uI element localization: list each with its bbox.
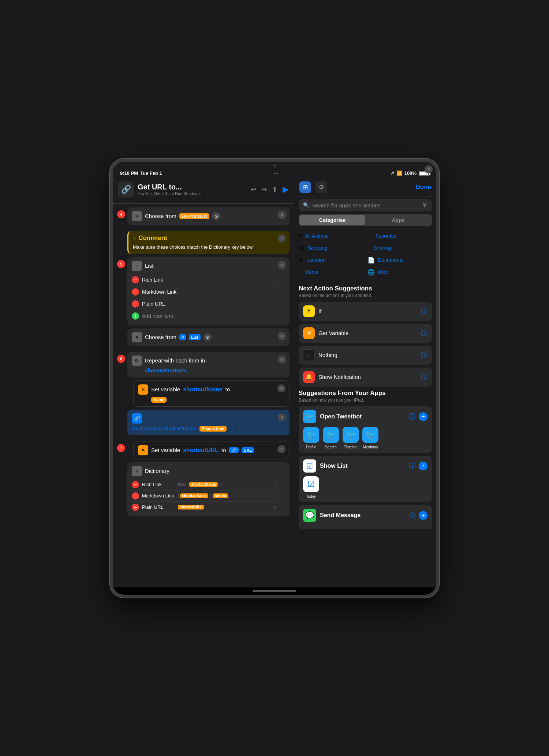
tweetbot-profile[interactable]: 🐦 Profile bbox=[303, 427, 319, 449]
search-action-icon: 🐦 bbox=[323, 427, 339, 443]
list-choose-arrow[interactable]: ⊙ bbox=[203, 333, 212, 341]
showlist-add-btn[interactable]: + bbox=[419, 462, 427, 470]
left-header: 🔗 Get URL to... Hey Siri, Get URL to Run… bbox=[113, 178, 294, 204]
tweetbot-info-btn[interactable]: ⓘ bbox=[409, 412, 416, 421]
tweetbot-search[interactable]: 🐦 Search bbox=[323, 427, 339, 449]
category-documents[interactable]: 📄 Documents bbox=[367, 255, 432, 265]
showlist-header: ☑ Show List ⓘ + bbox=[303, 459, 427, 473]
add-action-btn[interactable]: ⊞ bbox=[299, 181, 311, 193]
close-set-var-name[interactable]: ✕ bbox=[277, 384, 285, 392]
close-set-var-url[interactable]: ✕ bbox=[277, 445, 285, 453]
profile-label: Profile bbox=[306, 445, 316, 449]
url-icon: 🔗 bbox=[132, 413, 142, 424]
close-choose-from[interactable]: ✕ bbox=[278, 211, 286, 219]
close-comment[interactable]: ✕ bbox=[278, 234, 286, 242]
home-bar bbox=[253, 590, 296, 592]
category-favorites[interactable]: ♡ Favorites bbox=[367, 231, 432, 241]
repeat-label: Repeat with each item in bbox=[145, 357, 205, 364]
choose-arrow-icon[interactable]: ⊙ bbox=[212, 212, 220, 220]
close-choose-list[interactable]: ✕ bbox=[278, 332, 286, 340]
close-list[interactable]: ✕ bbox=[278, 261, 286, 269]
remove-dict-rich[interactable]: − bbox=[132, 481, 139, 488]
get-variable-info-btn[interactable]: ⓘ bbox=[421, 329, 427, 338]
web-label: Web bbox=[378, 269, 388, 275]
shortcut-name-var: shortcutName bbox=[183, 386, 223, 393]
notification-info-btn[interactable]: ⓘ bbox=[421, 373, 427, 381]
remove-rich-btn[interactable]: − bbox=[132, 276, 139, 283]
sliders-btn[interactable]: ⚙ bbox=[315, 181, 327, 193]
shortcut-icon: 🔗 bbox=[118, 181, 134, 198]
list-block: ≡ List − Rich Link ≡ − M bbox=[127, 257, 290, 326]
showlist-today[interactable]: ☑ Today bbox=[303, 476, 319, 499]
remove-markdown-btn[interactable]: − bbox=[132, 288, 139, 296]
list-title: List bbox=[145, 263, 153, 269]
suggestion-get-variable[interactable]: ✕ Get Variable ⓘ bbox=[299, 324, 432, 343]
mic-icon[interactable]: 🎙 bbox=[422, 202, 427, 208]
suggestion-nothing[interactable]: ○ Nothing ⓘ bbox=[299, 346, 432, 365]
showlist-info-btn[interactable]: ⓘ bbox=[409, 462, 416, 470]
close-url[interactable]: ✕ bbox=[278, 413, 286, 421]
suggestion-show-notification[interactable]: 🔔 Show Notification ⓘ bbox=[299, 368, 432, 387]
tweetbot-timeline[interactable]: 🐦 Timeline bbox=[343, 427, 359, 449]
list-var[interactable]: ≡ bbox=[179, 334, 186, 340]
sendmsg-add-btn[interactable]: + bbox=[419, 511, 427, 520]
choose-from-list-label: Choose from bbox=[145, 334, 176, 340]
choose-from-list-block: ≡ Choose from ≡ List ⊙ ✕ bbox=[127, 328, 290, 346]
scripting-icon: ⟨/⟩ bbox=[299, 245, 305, 252]
shortcut-info: Get URL to... Hey Siri, Get URL to Run S… bbox=[138, 183, 247, 196]
shortcuts-list-var[interactable]: shortcutsList bbox=[179, 213, 209, 219]
markdown-link-text: Markdown Link bbox=[142, 289, 270, 295]
name-var-tag: Name bbox=[151, 397, 167, 403]
documents-icon: 📄 bbox=[367, 257, 375, 264]
dots: ··· bbox=[274, 170, 278, 176]
shortcut-desc: Hey Siri, Get URL to Run Shortcuts bbox=[138, 191, 247, 196]
step-7-badge: 7 bbox=[117, 444, 125, 452]
list-item-rich: − Rich Link ≡ bbox=[132, 274, 276, 286]
add-item-row[interactable]: + Add new item bbox=[132, 310, 276, 322]
url-var-tag: 🔗 bbox=[229, 447, 239, 453]
undo-icon[interactable]: ↩ bbox=[251, 185, 256, 193]
sendmsg-info-btn[interactable]: ⓘ bbox=[409, 511, 416, 520]
redo-icon[interactable]: ↪ bbox=[261, 185, 267, 193]
right-header: ⊞ ⚙ Done bbox=[294, 178, 436, 196]
remove-dict-markdown[interactable]: − bbox=[132, 492, 139, 500]
right-scroll[interactable]: Next Action Suggestions Based on the act… bbox=[294, 281, 436, 587]
dict-title: Dictionary bbox=[145, 468, 169, 474]
share-icon[interactable]: ⬆ bbox=[272, 185, 277, 193]
list-item-plain: − Plain URL ≡ bbox=[132, 298, 276, 310]
step-5-badge: 5 bbox=[117, 260, 125, 268]
search-bar[interactable]: 🔍 Search for apps and actions 🎙 bbox=[299, 199, 432, 211]
suggestion-if[interactable]: Y If ⓘ bbox=[299, 302, 432, 321]
tweetbot-mentions[interactable]: 🐦 Mentions bbox=[362, 427, 378, 449]
remove-plain-btn[interactable]: − bbox=[132, 300, 139, 308]
left-scroll[interactable]: 4 ≡ Choose from shortcutsList ⊙ ✕ bbox=[113, 204, 294, 587]
list-block-icon: ≡ bbox=[132, 261, 142, 271]
tweetbot-sub-actions: 🐦 Profile 🐦 Search 🐦 Timeline bbox=[303, 427, 427, 449]
rich-link-text: Rich Link bbox=[142, 277, 270, 283]
category-scripting[interactable]: ⟨/⟩ Scripting bbox=[299, 243, 363, 253]
play-icon[interactable]: ▶ bbox=[283, 185, 289, 194]
tab-categories[interactable]: Categories bbox=[299, 215, 365, 225]
if-info-btn[interactable]: ⓘ bbox=[421, 307, 427, 316]
list-var-label[interactable]: List bbox=[189, 334, 201, 340]
shortcut-icon-glyph: 🔗 bbox=[121, 185, 131, 194]
tweetbot-add-btn[interactable]: + bbox=[419, 412, 427, 421]
tab-apps[interactable]: Apps bbox=[365, 215, 431, 225]
device-inner: 9:18 PM Tue Feb 1 ··· ↗ 📶 100% bbox=[113, 162, 436, 595]
add-item-btn[interactable]: + bbox=[132, 312, 139, 320]
remove-dict-plain[interactable]: − bbox=[132, 504, 139, 511]
rich-drag-icon: ≡ bbox=[273, 277, 276, 283]
set-var-name-row: ✕ Set variable shortcutName to bbox=[138, 384, 276, 395]
category-sharing[interactable]: ↑ Sharing bbox=[367, 243, 432, 253]
category-web[interactable]: 🌐 Web bbox=[367, 267, 432, 277]
done-button[interactable]: Done bbox=[415, 184, 431, 191]
category-location[interactable]: ✈ Location bbox=[299, 255, 363, 265]
category-all-actions[interactable]: ≡ All Actions bbox=[299, 231, 363, 241]
category-media[interactable]: ♪ Media bbox=[299, 267, 363, 277]
camera-indicator bbox=[273, 164, 276, 168]
all-actions-icon: ≡ bbox=[299, 233, 302, 239]
nothing-info-btn[interactable]: ⓘ bbox=[421, 351, 427, 360]
url-plus-icon[interactable]: + bbox=[231, 425, 234, 431]
top-notch bbox=[113, 162, 436, 168]
close-repeat[interactable]: ✕ bbox=[278, 356, 286, 364]
